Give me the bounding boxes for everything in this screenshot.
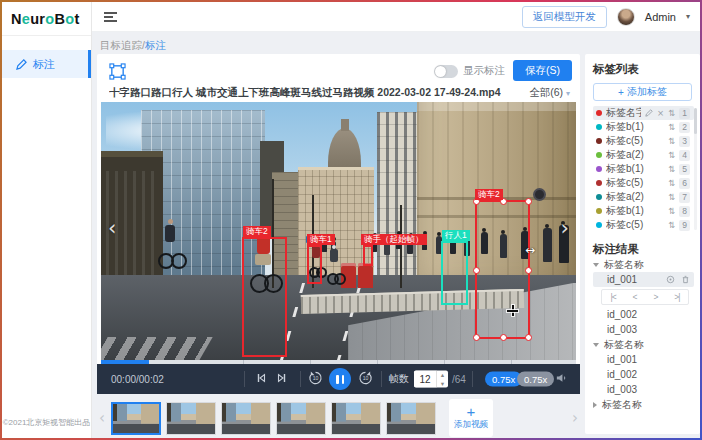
result-group-header[interactable]: 标签名称 (593, 337, 694, 352)
next-video-chevron[interactable]: › (561, 216, 569, 240)
plus-icon: + (467, 405, 476, 419)
frame-step-down-icon[interactable]: ▼ (437, 379, 448, 388)
prev-frame-button[interactable] (255, 372, 267, 386)
sort-arrows-icon[interactable]: ⇅ (668, 179, 675, 188)
video-canvas[interactable]: 骑车2 骑车1 骑手（起始帧） 行人1 骑车2 ↔ ‹ › (101, 102, 576, 360)
pager-next-icon[interactable]: > (653, 292, 657, 302)
edit-icon[interactable] (645, 109, 653, 117)
sidebar-item-label: 标注 (33, 57, 55, 72)
annotation-tag[interactable]: 骑车2 (475, 189, 503, 200)
caret-open-icon (593, 263, 599, 267)
label-name: 标签b(1) (606, 120, 664, 134)
annotation-box[interactable] (363, 245, 373, 266)
sort-arrows-icon[interactable]: ⇅ (668, 137, 675, 146)
visibility-icon[interactable] (666, 275, 675, 284)
collapse-menu-icon[interactable] (104, 10, 117, 24)
result-group-header[interactable]: 标签名称 (593, 397, 694, 412)
label-item[interactable]: 标签a(2)⇅7 (593, 190, 694, 204)
label-order-badge: 4 (679, 150, 690, 161)
label-item[interactable]: 标签c(5)⇅6 (593, 176, 694, 190)
result-id-item[interactable]: id_001 (593, 272, 694, 287)
scrollbar[interactable] (694, 108, 697, 230)
back-to-model-dev-button[interactable]: 返回模型开发 (522, 6, 607, 28)
pager-first-icon[interactable]: |< (610, 292, 615, 302)
prev-video-chevron[interactable]: ‹ (108, 216, 116, 240)
svg-text:10: 10 (313, 375, 319, 381)
result-id-item[interactable]: id_001 (593, 352, 694, 367)
rewind-10-button[interactable]: 10 (308, 371, 323, 388)
volume-icon[interactable] (555, 372, 568, 387)
label-name: 标签c(5) (606, 176, 664, 190)
label-item[interactable]: 标签c(5)⇅9 (593, 218, 694, 232)
sort-arrows-icon[interactable]: ⇅ (668, 151, 675, 160)
filmstrip-prev-chevron[interactable]: ‹ (99, 409, 105, 427)
result-id-item[interactable]: id_002 (593, 307, 694, 322)
sort-arrows-icon[interactable]: ⇅ (668, 207, 675, 216)
result-group-header[interactable]: 标签名称 (593, 257, 694, 272)
video-title-row: 十字路口路口行人 城市交通上下班高峰斑马线过马路视频 2022-03-02 17… (109, 86, 570, 100)
show-annotation-toggle[interactable] (434, 65, 458, 78)
label-item[interactable]: 标签c(5)⇅3 (593, 134, 694, 148)
frame-count-label: 帧数 (389, 372, 409, 386)
topbar-right: 返回模型开发 Admin ▾ (522, 6, 700, 28)
video-title: 十字路口路口行人 城市交通上下班高峰斑马线过马路视频 2022-03-02 17… (109, 86, 501, 100)
logo-text: t (74, 11, 79, 27)
result-id-item[interactable]: id_002 (593, 367, 694, 382)
result-id-item[interactable]: id_003 (593, 322, 694, 337)
add-label-button[interactable]: +添加标签 (593, 83, 692, 101)
delete-icon[interactable]: × (657, 109, 664, 118)
pause-button[interactable] (329, 368, 351, 390)
save-button[interactable]: 保存(S) (513, 60, 572, 81)
breadcrumb-parent[interactable]: 目标追踪 (100, 39, 142, 51)
annotation-box[interactable] (441, 241, 468, 305)
label-name: 标签名字最长数... (606, 106, 641, 120)
annotation-box[interactable] (242, 237, 287, 357)
filter-value: 全部(6) (529, 86, 563, 98)
annotation-tag[interactable]: 骑车2 (243, 226, 271, 237)
annotation-tag[interactable]: 骑手（起始帧） (361, 234, 427, 245)
filmstrip-next-chevron[interactable]: › (572, 409, 578, 427)
trash-icon[interactable] (681, 275, 690, 284)
video-thumbnail[interactable] (221, 402, 271, 435)
speed-pill-secondary[interactable]: 0.75x (517, 372, 554, 387)
annotation-box[interactable] (307, 245, 322, 284)
sidebar-item-annotate[interactable]: 标注 (2, 50, 91, 78)
add-video-button[interactable]: + 添加视频 (449, 399, 493, 437)
sort-arrows-icon[interactable]: ⇅ (668, 123, 675, 132)
result-id-item[interactable]: id_003 (593, 382, 694, 397)
annotation-tag[interactable]: 行人1 (442, 230, 470, 241)
video-thumbnail[interactable] (386, 402, 436, 435)
group-header-label: 标签名称 (604, 338, 644, 352)
label-name: 标签a(2) (606, 148, 664, 162)
frame-step-up-icon[interactable]: ▲ (437, 371, 448, 380)
label-item[interactable]: 标签b(1)⇅8 (593, 204, 694, 218)
pager-last-icon[interactable]: >| (674, 292, 679, 302)
annotation-box-selected[interactable] (475, 200, 530, 339)
annotation-tag[interactable]: 骑车1 (307, 234, 335, 245)
box-action-icon[interactable] (533, 188, 546, 201)
sort-arrows-icon[interactable]: ⇅ (668, 221, 675, 230)
add-video-label: 添加视频 (454, 419, 488, 431)
video-thumbnail[interactable] (276, 402, 326, 435)
label-item[interactable]: 标签b(1)⇅5 (593, 162, 694, 176)
filter-dropdown[interactable]: 全部(6) ▾ (529, 86, 570, 100)
forward-10-button[interactable]: 10 (358, 371, 373, 388)
pager-prev-icon[interactable]: < (633, 292, 637, 302)
sort-arrows-icon[interactable]: ⇅ (668, 193, 675, 202)
frame-input[interactable] (414, 371, 436, 388)
video-thumbnail[interactable] (111, 402, 161, 435)
label-item[interactable]: 标签a(2)⇅4 (593, 148, 694, 162)
sort-arrows-icon[interactable]: ⇅ (668, 165, 675, 174)
username[interactable]: Admin (645, 11, 676, 23)
video-thumbnail[interactable] (331, 402, 381, 435)
label-item[interactable]: 标签b(1)⇅2 (593, 120, 694, 134)
avatar[interactable] (617, 8, 635, 26)
video-thumbnail[interactable] (166, 402, 216, 435)
result-id-label: id_003 (607, 384, 637, 395)
label-item[interactable]: 标签名字最长数... × ⇅ 1 (593, 106, 694, 120)
show-annotation-label: 显示标注 (463, 64, 505, 78)
label-order-badge: 5 (679, 164, 690, 175)
bounding-box-tool-icon[interactable] (109, 63, 126, 80)
next-frame-button[interactable] (276, 372, 288, 386)
sort-arrows-icon[interactable]: ⇅ (668, 109, 675, 118)
